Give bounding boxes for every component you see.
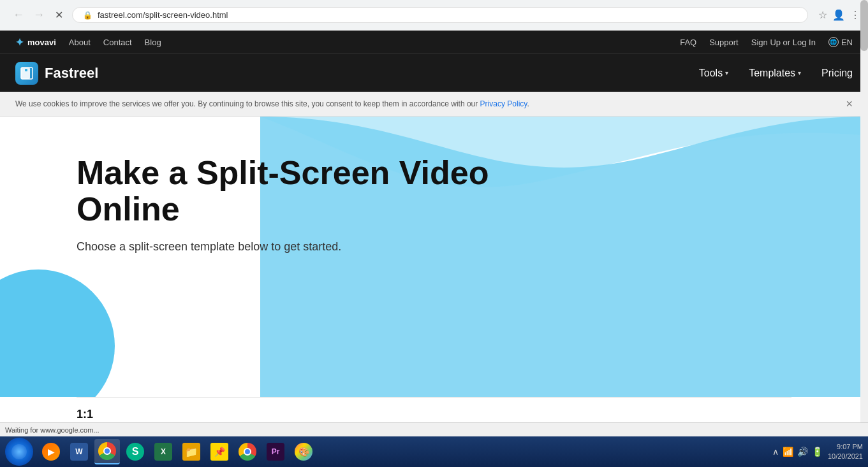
lock-icon: 🔒 (83, 11, 92, 20)
reload-button[interactable]: ✕ (51, 8, 67, 22)
fastreel-logo[interactable]: Fastreel (15, 62, 98, 85)
taskbar-app-media-player[interactable]: ▶ (38, 439, 64, 464)
folder-icon: 📁 (182, 443, 200, 461)
tools-chevron-icon: ▾ (725, 69, 728, 76)
taskbar-right: ∧ 📶 🔊 🔋 9:07 PM 10/20/2021 (772, 442, 863, 462)
taskbar-app-s[interactable]: S (122, 439, 148, 464)
forward-button[interactable]: → (31, 7, 47, 23)
taskbar-app-sticky[interactable]: 📌 (207, 439, 232, 464)
movavi-brand-name: movavi (27, 38, 56, 47)
templates-menu[interactable]: Templates ▾ (749, 68, 801, 79)
chrome2-inner-circle (244, 448, 251, 456)
tray-icon-network[interactable]: 📶 (783, 447, 793, 457)
templates-label: Templates (749, 68, 795, 79)
taskbar-clock[interactable]: 9:07 PM 10/20/2021 (828, 442, 863, 462)
templates-chevron-icon: ▾ (798, 69, 801, 76)
chrome-inner-circle (103, 447, 111, 455)
hero-title: Make a Split-Screen Video Online (77, 155, 523, 227)
hero-content: Make a Split-Screen Video Online Choose … (77, 155, 523, 254)
privacy-policy-link[interactable]: Privacy Policy (480, 99, 527, 108)
address-bar[interactable]: 🔒 fastreel.com/split-screen-video.html (72, 7, 808, 23)
tray-icon-battery[interactable]: 🔋 (812, 447, 823, 457)
section-divider (77, 397, 791, 398)
cookie-text: We use cookies to improve the services w… (15, 99, 529, 108)
cookie-close-button[interactable]: × (846, 98, 853, 110)
taskbar-app-chrome[interactable] (94, 439, 120, 464)
fastreel-logo-icon (15, 62, 38, 85)
taskbar-app-excel[interactable]: X (151, 439, 176, 464)
browser-chrome: ← → ✕ 🔒 fastreel.com/split-screen-video.… (0, 0, 868, 31)
language-label: EN (841, 38, 853, 47)
signup-login-link[interactable]: Sign Up or Log In (751, 38, 816, 47)
movavi-star-icon: ✦ (15, 36, 24, 48)
status-bar: Waiting for www.google.com... (0, 422, 868, 436)
support-link[interactable]: Support (709, 38, 739, 47)
sticky-notes-icon: 📌 (210, 443, 228, 461)
chrome2-icon (239, 443, 256, 461)
hero-subtitle: Choose a split-screen template below to … (77, 240, 523, 254)
scrollbar-thumb[interactable] (860, 0, 868, 51)
word-icon: W (70, 443, 88, 461)
more-options-icon[interactable]: ⋮ (850, 9, 860, 21)
globe-icon: 🌐 (828, 37, 839, 47)
tools-menu[interactable]: Tools ▾ (699, 68, 728, 79)
taskbar-app-word[interactable]: W (66, 439, 92, 464)
ratio-label: 1:1 (77, 408, 791, 421)
about-link[interactable]: About (69, 38, 91, 47)
top-bar: ✦ movavi About Contact Blog FAQ Support … (0, 31, 868, 54)
taskbar-date: 10/20/2021 (828, 452, 863, 461)
tray-icon-sound[interactable]: 🔊 (797, 447, 808, 457)
back-button[interactable]: ← (10, 7, 27, 23)
tray-icons: ∧ 📶 🔊 🔋 (772, 447, 823, 457)
blog-link[interactable]: Blog (145, 38, 161, 47)
browser-actions: ☆ 👤 ⋮ (818, 9, 860, 21)
taskbar-app-paint[interactable]: 🎨 (291, 439, 316, 464)
media-player-icon: ▶ (42, 443, 60, 461)
language-selector[interactable]: 🌐 EN (828, 37, 853, 47)
main-nav: Fastreel Tools ▾ Templates ▾ Pricing (0, 54, 868, 92)
status-text: Waiting for www.google.com... (5, 426, 99, 434)
browser-nav: ← → ✕ (10, 7, 67, 23)
premiere-icon: Pr (267, 443, 284, 461)
taskbar-app-folder[interactable]: 📁 (179, 439, 204, 464)
taskbar: ▶ W S X 📁 📌 Pr 🎨 ∧ 📶 🔊 🔋 (0, 436, 868, 467)
faq-link[interactable]: FAQ (680, 38, 696, 47)
cookie-bar: We use cookies to improve the services w… (0, 92, 868, 117)
tools-label: Tools (699, 68, 723, 79)
s-app-icon: S (126, 443, 144, 461)
svg-rect-1 (25, 69, 27, 71)
start-button[interactable] (5, 438, 33, 466)
taskbar-time: 9:07 PM (828, 442, 863, 452)
tray-icon-arrow[interactable]: ∧ (772, 447, 779, 457)
fastreel-logo-text: Fastreel (45, 65, 98, 82)
chrome-icon (98, 442, 116, 460)
bookmark-icon[interactable]: ☆ (818, 9, 827, 21)
hero-section: Make a Split-Screen Video Online Choose … (0, 117, 868, 397)
pricing-link[interactable]: Pricing (821, 68, 853, 79)
start-button-inner (11, 444, 27, 459)
taskbar-app-chrome2[interactable] (235, 439, 260, 464)
taskbar-app-premiere[interactable]: Pr (263, 439, 288, 464)
hero-blue-circle-decoration (0, 269, 115, 397)
top-bar-right: FAQ Support Sign Up or Log In 🌐 EN (680, 37, 853, 47)
movavi-logo[interactable]: ✦ movavi (15, 36, 56, 48)
contact-link[interactable]: Contact (103, 38, 132, 47)
top-bar-left: ✦ movavi About Contact Blog (15, 36, 161, 48)
scrollbar[interactable] (860, 0, 868, 422)
paint-icon: 🎨 (295, 443, 313, 461)
url-text: fastreel.com/split-screen-video.html (98, 10, 228, 20)
profile-icon[interactable]: 👤 (832, 9, 845, 21)
nav-links: Tools ▾ Templates ▾ Pricing (699, 68, 853, 79)
excel-icon: X (154, 443, 172, 461)
